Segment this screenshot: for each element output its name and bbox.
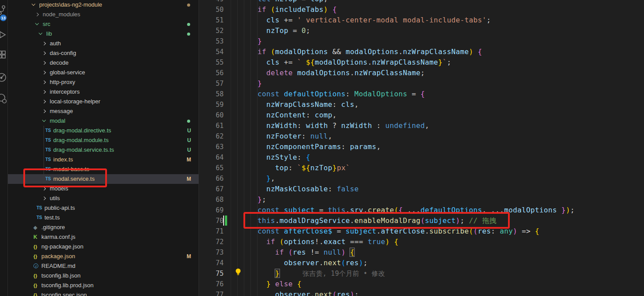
text-cursor [223,216,224,226]
tree-file-ng-package-json[interactable]: {}ng-package.json [8,242,199,252]
git-blame-annotation: 张吉贵, 19个月前 • 修改 [302,270,385,278]
tree-file-drag-modal-module-ts[interactable]: TSdrag-modal.module.tsU [8,135,199,145]
run-debug-icon[interactable] [0,29,7,40]
tree-folder-local-storage-helper[interactable]: local-storage-helper [8,97,199,106]
code-line-55[interactable]: cls += ` ${modalOptions.nzWrapClassName}… [240,57,574,68]
code-line-77[interactable]: observer.next(res); [240,289,574,296]
code-line-51[interactable]: cls += ' vertical-center-modal modal-inc… [240,15,574,26]
tree-folder-http-proxy[interactable]: http-proxy [8,77,199,87]
tree-file-package-json[interactable]: {}package.jsonM [8,252,199,261]
code-line-53[interactable]: } [240,36,574,47]
line-number: 62 [199,131,224,142]
tree-item-label: decode [50,58,69,68]
ts-file-icon: TS [45,126,51,135]
code-line-56[interactable]: delete modalOptions.nzWrapClassName; [240,68,574,78]
tree-item-label: message [50,106,73,116]
tree-file-tsconfig-lib-prod-json[interactable]: {}tsconfig.lib.prod.json [8,281,199,290]
tree-item-label: src [43,19,50,29]
extensions-icon[interactable] [0,49,7,61]
code-line-52[interactable]: nzTop = 0; [240,26,574,36]
line-number-gutter: 4950515253545556575859606162636465666768… [199,0,224,296]
tree-folder-src[interactable]: src [8,19,199,29]
tree-file-public-api-ts[interactable]: TSpublic-api.ts [8,203,199,213]
chevron-right-icon [42,90,46,94]
code-line-63[interactable]: nzComponentParams: params, [240,142,574,152]
tree-folder-node-modules[interactable]: node_modules [8,10,199,19]
code-line-76[interactable]: } else { [240,279,574,289]
tree-item-label: projects\das-ng2-module [39,0,102,10]
tree-file-test-ts[interactable]: TStest.ts [8,213,199,223]
tree-folder-message[interactable]: message [8,106,199,116]
line-number: 54 [199,47,224,57]
tree-file-index-ts[interactable]: TSindex.tsM [8,155,199,164]
indent-guide [237,0,238,296]
code-line-75[interactable]: }张吉贵, 19个月前 • 修改 [240,268,574,279]
code-line-49[interactable]: let nzTop = top; [240,0,574,4]
code-line-68[interactable]: }; [240,194,574,205]
chevron-down-icon [35,22,39,25]
tree-folder-auth[interactable]: auth [8,39,199,48]
tree-file-drag-modal-service-ts-ts[interactable]: TSdrag-modal.service.ts.tsU [8,145,199,155]
tree-folder-global-service[interactable]: global-service [8,68,199,77]
line-number: 50 [199,4,224,15]
git-status-dot [187,23,190,26]
gauge-icon[interactable] [0,72,7,83]
chevron-right-icon [42,100,46,103]
code-line-58[interactable]: const defaultOptions: ModalOptions = { [240,89,574,99]
tree-folder-das-config[interactable]: das-config [8,48,199,58]
line-number: 69 [199,205,224,216]
tree-folder-projects-das-ng2-module[interactable]: projects\das-ng2-module [8,0,199,10]
code-line-54[interactable]: if (modalOptions && modalOptions.nzWrapC… [240,47,574,57]
code-line-62[interactable]: nzFooter: null, [240,131,574,142]
line-number: 71 [199,226,224,237]
diamond-file-icon: ◆ [33,223,37,232]
code-line-65[interactable]: top: `${nzTop}px` [240,163,574,173]
tree-folder-decode[interactable]: decode [8,58,199,68]
code-line-50[interactable]: if (includeTabs) { [240,4,574,15]
tree-file-tsconfig-lib-json[interactable]: {}tsconfig.lib.json [8,271,199,281]
line-number: 58 [199,89,224,99]
code-line-67[interactable]: nzMaskClosable: false [240,184,574,194]
line-number: 70 [199,216,224,226]
git-status-badge: M [187,155,191,164]
braces-file-icon: {} [33,271,37,281]
code-line-73[interactable]: if (res != null) { [240,247,574,258]
tree-file--gitignore[interactable]: ◆.gitignore [8,223,199,232]
code-line-61[interactable]: nzWidth: width ? nzWidth : undefined, [240,121,574,131]
tree-item-label: drag-modal.module.ts [53,135,109,145]
line-number: 73 [199,247,224,258]
tree-item-label: das-config [50,48,76,58]
code-content[interactable]: let nzTop = top; if (includeTabs) { cls … [240,0,574,296]
tree-item-label: karma.conf.js [41,232,75,242]
code-line-72[interactable]: if (options!.exact === true) { [240,237,574,247]
tree-folder-lib[interactable]: lib [8,29,199,39]
code-line-59[interactable]: nzWrapClassName: cls, [240,99,574,110]
tree-item-label: README.md [41,261,75,271]
code-line-57[interactable]: } [240,78,574,89]
code-line-66[interactable]: }, [240,173,574,184]
tree-folder-utils[interactable]: utils [8,194,199,203]
git-added-line-marker [225,216,227,226]
ts-file-icon: TS [37,213,42,223]
lightbulb-icon[interactable] [235,268,242,276]
vscode-window: 13 projects\das-ng2-modulenode_modulessr… [0,0,644,296]
tree-item-label: index.ts [53,155,73,164]
tree-folder-modal[interactable]: modal [8,116,199,126]
tree-file-drag-modal-directive-ts[interactable]: TSdrag-modal.directive.tsU [8,126,199,135]
code-line-64[interactable]: nzStyle: { [240,152,574,163]
ts-file-icon: TS [45,135,51,145]
braces-file-icon: {} [33,281,37,290]
tree-folder-interceptors[interactable]: interceptors [8,87,199,97]
tree-item-label: lib [46,29,52,39]
tree-file-karma-conf-js[interactable]: Kkarma.conf.js [8,232,199,242]
code-editor[interactable]: 4950515253545556575859606162636465666768… [199,0,644,296]
line-number: 59 [199,99,224,110]
tree-file-readme-md[interactable]: iREADME.md [8,261,199,271]
line-number: 66 [199,173,224,184]
code-line-74[interactable]: observer.next(res); [240,258,574,268]
chevron-right-icon [42,42,46,45]
code-line-60[interactable]: nzContent: comp, [240,110,574,121]
line-number: 57 [199,78,224,89]
tree-file-tsconfig-spec-json[interactable]: {}tsconfig.spec.json [8,290,199,296]
search-circle-icon[interactable] [0,93,7,104]
